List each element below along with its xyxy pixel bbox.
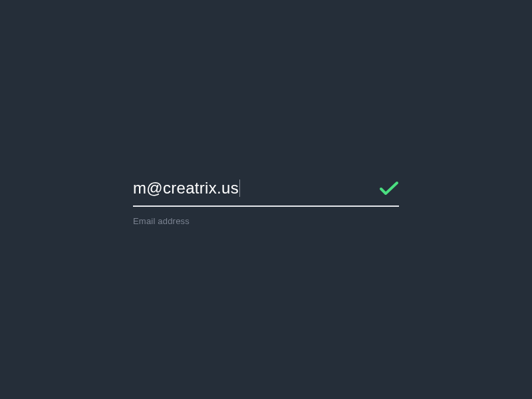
- checkmark-icon: [379, 180, 399, 196]
- email-label: Email address: [133, 216, 399, 226]
- input-underline: [133, 205, 399, 207]
- text-cursor: [239, 180, 240, 197]
- email-field[interactable]: m@creatrix.us: [133, 174, 371, 203]
- email-value: m@creatrix.us: [133, 179, 239, 198]
- input-row: m@creatrix.us: [133, 174, 399, 203]
- email-form: m@creatrix.us Email address: [133, 174, 399, 226]
